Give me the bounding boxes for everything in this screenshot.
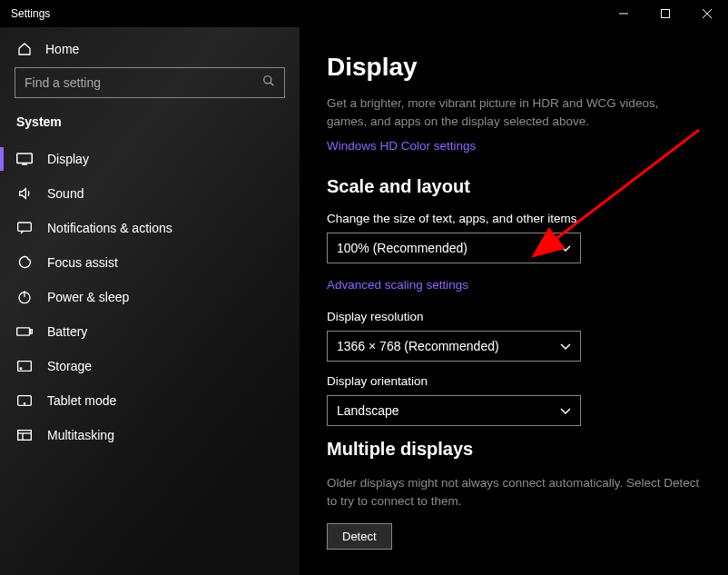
sidebar-item-display[interactable]: Display: [0, 142, 300, 176]
svg-rect-12: [30, 330, 32, 333]
sidebar-item-notifications[interactable]: Notifications & actions: [0, 211, 300, 245]
sidebar-item-label: Storage: [47, 359, 92, 373]
resolution-select[interactable]: 1366 × 768 (Recommended): [327, 331, 581, 362]
sidebar-item-label: Tablet mode: [47, 393, 116, 408]
sidebar-item-label: Battery: [47, 324, 87, 339]
page-title: Display: [327, 53, 701, 82]
scale-select-value: 100% (Recommended): [337, 241, 467, 255]
chevron-down-icon: [560, 403, 571, 418]
sidebar-item-label: Power & sleep: [47, 290, 129, 304]
storage-icon: [16, 360, 33, 372]
notifications-icon: [16, 222, 33, 234]
svg-point-4: [264, 76, 271, 84]
power-icon: [16, 290, 33, 304]
svg-rect-8: [18, 223, 32, 231]
multiple-displays-description: Older displays might not always connect …: [327, 474, 701, 511]
close-button[interactable]: [686, 0, 728, 27]
resolution-select-value: 1366 × 768 (Recommended): [337, 339, 499, 353]
search-box[interactable]: [15, 67, 285, 98]
sidebar-item-focus-assist[interactable]: Focus assist: [0, 245, 300, 280]
sidebar-item-battery[interactable]: Battery: [0, 314, 300, 349]
display-icon: [16, 153, 33, 165]
home-button[interactable]: Home: [0, 31, 300, 67]
orientation-select-value: Landscape: [337, 403, 399, 418]
orientation-select[interactable]: Landscape: [327, 395, 581, 426]
svg-rect-11: [17, 328, 30, 335]
scale-layout-heading: Scale and layout: [327, 176, 701, 197]
chevron-down-icon: [560, 241, 571, 255]
svg-point-14: [20, 368, 22, 370]
advanced-scaling-link[interactable]: Advanced scaling settings: [327, 278, 468, 292]
scale-select[interactable]: 100% (Recommended): [327, 233, 581, 263]
hd-color-settings-link[interactable]: Windows HD Color settings: [327, 139, 476, 153]
chevron-down-icon: [560, 339, 571, 353]
hdr-description: Get a brighter, more vibrant picture in …: [327, 94, 701, 132]
multitasking-icon: [16, 429, 33, 441]
minimize-button[interactable]: [603, 0, 644, 27]
svg-line-5: [271, 83, 274, 86]
sidebar-item-storage[interactable]: Storage: [0, 349, 300, 383]
orientation-label: Display orientation: [327, 374, 701, 388]
maximize-button[interactable]: [644, 0, 686, 27]
sidebar-item-label: Notifications & actions: [47, 221, 172, 235]
home-icon: [16, 42, 33, 56]
multiple-displays-heading: Multiple displays: [327, 439, 701, 460]
sidebar-item-tablet-mode[interactable]: Tablet mode: [0, 383, 300, 418]
close-icon: [703, 9, 712, 18]
sidebar-item-label: Focus assist: [47, 255, 118, 270]
search-input[interactable]: [25, 75, 262, 90]
sidebar-item-label: Sound: [47, 186, 84, 201]
home-label: Home: [45, 42, 79, 56]
sidebar-item-label: Multitasking: [47, 428, 114, 442]
maximize-icon: [661, 9, 670, 18]
sidebar-item-multitasking[interactable]: Multitasking: [0, 418, 300, 452]
resolution-label: Display resolution: [327, 310, 701, 323]
sidebar-item-sound[interactable]: Sound: [0, 176, 300, 211]
battery-icon: [16, 326, 33, 337]
sound-icon: [16, 186, 33, 201]
sidebar-item-power-sleep[interactable]: Power & sleep: [0, 280, 300, 314]
search-icon: [262, 74, 275, 91]
svg-rect-17: [18, 431, 32, 441]
svg-rect-13: [18, 362, 32, 372]
tablet-icon: [16, 394, 33, 407]
window-title: Settings: [11, 7, 50, 20]
svg-rect-1: [662, 10, 670, 18]
minimize-icon: [619, 9, 628, 18]
sidebar-item-label: Display: [47, 152, 89, 166]
svg-rect-6: [17, 154, 33, 164]
focus-assist-icon: [16, 255, 33, 270]
detect-button[interactable]: Detect: [327, 523, 392, 550]
scale-field-label: Change the size of text, apps, and other…: [327, 212, 701, 225]
svg-point-16: [24, 403, 25, 404]
section-label: System: [0, 109, 300, 142]
